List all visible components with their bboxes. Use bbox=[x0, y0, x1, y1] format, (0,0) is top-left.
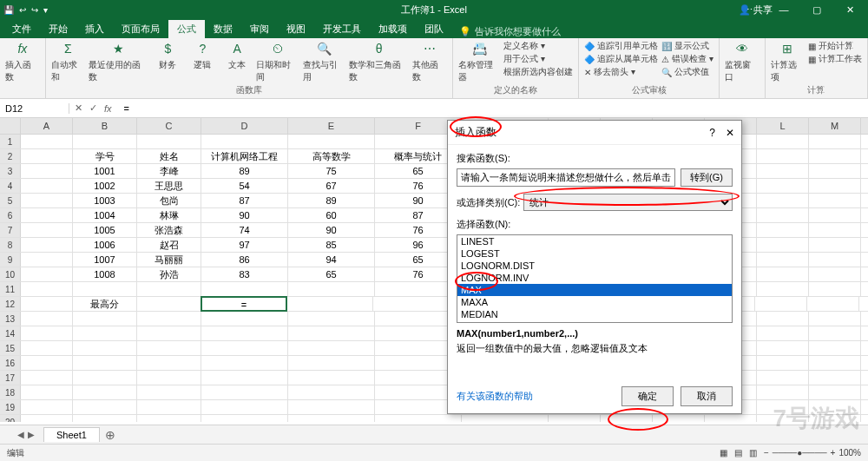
cell-D12[interactable]: = bbox=[201, 296, 287, 312]
cell-C17[interactable] bbox=[137, 371, 201, 385]
view-page-icon[interactable]: ▤ bbox=[734, 448, 742, 458]
cell-B14[interactable] bbox=[73, 326, 137, 340]
cell-A11[interactable] bbox=[21, 282, 73, 296]
undo-icon[interactable]: ↩ bbox=[19, 5, 26, 15]
cell-C15[interactable] bbox=[137, 341, 201, 355]
column-header-D[interactable]: D bbox=[201, 118, 288, 134]
cell-L20[interactable] bbox=[757, 415, 809, 422]
cell-M17[interactable] bbox=[809, 371, 861, 385]
row-header-15[interactable]: 15 bbox=[0, 341, 21, 355]
close-button[interactable]: ✕ bbox=[835, 4, 865, 16]
row-header-16[interactable]: 16 bbox=[0, 356, 21, 370]
define-name-button[interactable]: 定义名称 ▾ bbox=[503, 40, 573, 52]
cell-B12[interactable]: 最高分 bbox=[73, 297, 137, 311]
cell-E16[interactable] bbox=[288, 356, 375, 370]
cell-A4[interactable] bbox=[21, 179, 73, 193]
cell-M8[interactable] bbox=[809, 238, 861, 252]
cell-A14[interactable] bbox=[21, 326, 73, 340]
insert-function-button[interactable]: fx 插入函数 bbox=[5, 40, 40, 83]
cell-M15[interactable] bbox=[809, 341, 861, 355]
sheet-nav-next-icon[interactable]: ▶ bbox=[28, 430, 35, 439]
cell-M4[interactable] bbox=[809, 179, 861, 193]
cancel-formula-icon[interactable]: ✕ bbox=[75, 102, 82, 114]
cell-M20[interactable] bbox=[809, 415, 861, 422]
cell-D16[interactable] bbox=[201, 356, 288, 370]
cell-E1[interactable] bbox=[288, 135, 375, 148]
column-header-L[interactable]: L bbox=[757, 118, 809, 134]
cell-G20[interactable] bbox=[462, 415, 549, 422]
row-header-3[interactable]: 3 bbox=[0, 164, 21, 178]
cell-B5[interactable]: 1003 bbox=[73, 194, 137, 207]
name-manager-button[interactable]: 📇 名称管理器 bbox=[458, 40, 501, 83]
sheet-tab-sheet1[interactable]: Sheet1 bbox=[43, 427, 100, 442]
minimize-button[interactable]: — bbox=[769, 4, 799, 16]
cell-A3[interactable] bbox=[21, 164, 73, 178]
cell-M16[interactable] bbox=[809, 356, 861, 370]
use-in-formula-button[interactable]: 用于公式 ▾ bbox=[503, 53, 573, 65]
cell-D14[interactable] bbox=[201, 326, 288, 340]
cell-L9[interactable] bbox=[757, 253, 809, 267]
cell-M5[interactable] bbox=[809, 194, 861, 207]
cell-B19[interactable] bbox=[73, 400, 137, 414]
cell-D11[interactable] bbox=[201, 282, 288, 296]
cell-A12[interactable] bbox=[21, 297, 73, 311]
cell-B3[interactable]: 1001 bbox=[73, 164, 137, 178]
row-header-11[interactable]: 11 bbox=[0, 282, 21, 296]
column-header-A[interactable]: A bbox=[21, 118, 73, 134]
cell-I20[interactable] bbox=[601, 415, 653, 422]
cell-B1[interactable] bbox=[73, 135, 137, 148]
row-header-2[interactable]: 2 bbox=[0, 149, 21, 163]
cell-D19[interactable] bbox=[201, 400, 288, 414]
help-link[interactable]: 有关该函数的帮助 bbox=[457, 390, 533, 403]
ribbon-item-查找与引用[interactable]: 🔍查找与引用 bbox=[303, 40, 345, 83]
error-checking-button[interactable]: ⚠ 错误检查 ▾ bbox=[661, 53, 713, 65]
cell-J20[interactable] bbox=[653, 415, 705, 422]
ribbon-item-逻辑[interactable]: ?逻辑 bbox=[187, 40, 218, 83]
cell-E13[interactable] bbox=[288, 312, 375, 326]
cell-C18[interactable] bbox=[137, 385, 201, 399]
cell-C7[interactable]: 张浩森 bbox=[137, 223, 201, 237]
cell-C9[interactable]: 马丽丽 bbox=[137, 253, 201, 267]
cell-K20[interactable] bbox=[705, 415, 757, 422]
cell-C12[interactable] bbox=[137, 297, 201, 311]
cell-L1[interactable] bbox=[757, 135, 809, 148]
cell-E14[interactable] bbox=[288, 326, 375, 340]
ribbon-item-日期和时间[interactable]: ⏲日期和时间 bbox=[256, 40, 299, 83]
cell-E9[interactable]: 94 bbox=[288, 253, 375, 267]
cell-C4[interactable]: 王思思 bbox=[137, 179, 201, 193]
cell-D20[interactable] bbox=[201, 415, 288, 422]
cell-M11[interactable] bbox=[809, 282, 861, 296]
cell-M3[interactable] bbox=[809, 164, 861, 178]
cell-F20[interactable] bbox=[375, 415, 462, 422]
cell-E10[interactable]: 65 bbox=[288, 267, 375, 281]
tab-视图[interactable]: 视图 bbox=[278, 20, 314, 38]
ribbon-options-icon[interactable]: ⋯ bbox=[736, 4, 766, 16]
column-header-C[interactable]: C bbox=[137, 118, 201, 134]
tab-公式[interactable]: 公式 bbox=[168, 20, 205, 38]
cell-L19[interactable] bbox=[757, 400, 809, 414]
cell-A8[interactable] bbox=[21, 238, 73, 252]
cell-B11[interactable] bbox=[73, 282, 137, 296]
cell-C20[interactable] bbox=[137, 415, 201, 422]
cell-H20[interactable] bbox=[549, 415, 601, 422]
dialog-close-icon[interactable]: ✕ bbox=[726, 127, 734, 139]
function-item-LOGNORM.INV[interactable]: LOGNORM.INV bbox=[457, 272, 732, 284]
tab-开发工具[interactable]: 开发工具 bbox=[314, 20, 370, 38]
cell-L11[interactable] bbox=[757, 282, 809, 296]
cell-E20[interactable] bbox=[288, 415, 375, 422]
cell-E3[interactable]: 75 bbox=[288, 164, 375, 178]
cell-A19[interactable] bbox=[21, 400, 73, 414]
tab-加载项[interactable]: 加载项 bbox=[370, 20, 416, 38]
zoom-level[interactable]: 100% bbox=[838, 448, 861, 458]
cell-C11[interactable] bbox=[137, 282, 201, 296]
go-button[interactable]: 转到(G) bbox=[681, 168, 733, 187]
trace-dependents-button[interactable]: 🔷 追踪从属单元格 bbox=[584, 53, 658, 65]
cell-D4[interactable]: 54 bbox=[201, 179, 288, 193]
zoom-slider[interactable]: ────●──── bbox=[773, 448, 827, 458]
calculate-sheet-button[interactable]: ▦ 计算工作表 bbox=[808, 53, 862, 65]
name-box[interactable]: D12 bbox=[0, 103, 69, 114]
view-normal-icon[interactable]: ▦ bbox=[720, 448, 727, 458]
cell-C8[interactable]: 赵召 bbox=[137, 238, 201, 252]
maximize-button[interactable]: ▢ bbox=[802, 4, 832, 16]
row-header-1[interactable]: 1 bbox=[0, 135, 21, 148]
